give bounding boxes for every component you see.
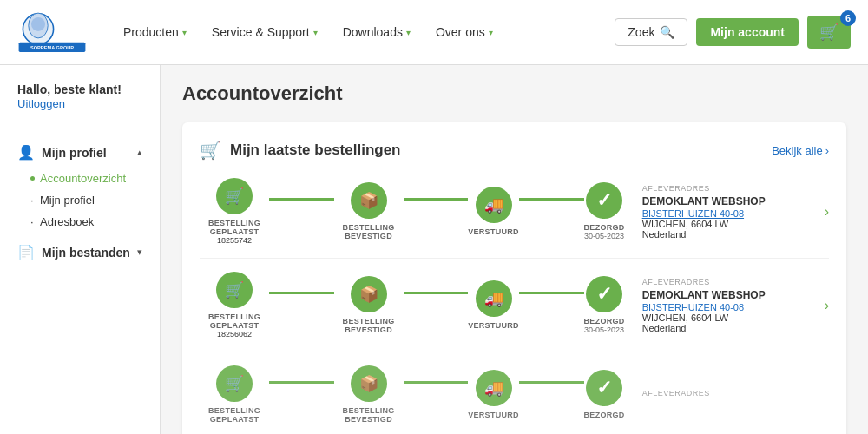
cart-container: 🛒 6 [807,16,851,49]
sidebar-item-mijn-profiel[interactable]: · Mijn profiel [30,189,160,211]
profiel-sub-items: Accountoverzicht · Mijn profiel · Adresb… [0,168,160,233]
step-bestelling-bevestigd: 📦 BESTELLING BEVESTIGD [334,276,404,334]
chevron-down-icon: ▾ [406,28,411,37]
order-row: 🛒 BESTELLING GEPLAATST 18255742 📦 BESTEL… [200,178,829,259]
step-circle: 📦 [351,182,387,219]
step-verstuurd: 🚚 VERSTUURD [468,187,519,236]
greeting-text: Hallo, beste klant! [17,82,142,96]
sidebar-profiel-header[interactable]: 👤 Mijn profiel ▴ [0,137,160,168]
step-circle: 🚚 [476,280,512,317]
step-connector [519,292,584,294]
orders-cart-icon: 🛒 [200,140,221,161]
step-connector [269,292,334,294]
chevron-down-icon: ▾ [137,247,142,258]
orders-card: 🛒 Mijn laatste bestellingen Bekijk alle … [182,122,846,434]
order-address: AFLEVERADRES DEMOKLANT WEBSHOP BIJSTERHU… [625,184,816,240]
step-circle: ✓ [586,276,622,312]
step-circle: 🛒 [216,365,253,402]
step-circle: 🚚 [476,370,512,406]
step-circle: 📦 [351,365,387,402]
chevron-up-icon: ▴ [137,147,142,158]
orders-title: Mijn laatste bestellingen [230,141,401,159]
order-address: AFLEVERADRES DEMOKLANT WEBSHOP BIJSTERHU… [625,278,816,333]
bekijk-alle-link[interactable]: Bekijk alle › [772,144,829,157]
step-connector [404,198,469,201]
main-layout: Hallo, beste klant! Uitloggen 👤 Mijn pro… [0,65,868,434]
step-circle: ✓ [586,370,622,406]
sidebar-divider [17,128,142,128]
sidebar-item-adresboek[interactable]: · Adresboek [30,211,160,233]
search-button[interactable]: Zoek 🔍 [615,18,687,46]
address-street-link[interactable]: BIJSTERHUIZEN 40-08 [642,208,816,219]
cart-button[interactable]: 🛒 6 [807,16,851,49]
orders-header: 🛒 Mijn laatste bestellingen Bekijk alle … [200,140,829,161]
step-connector [269,381,334,384]
step-circle: 🛒 [216,178,253,214]
chevron-down-icon: ▾ [182,28,187,37]
step-circle: ✓ [586,182,622,219]
step-bestelling-bevestigd: 📦 BESTELLING BEVESTIGD [334,182,404,240]
header-actions: Zoek 🔍 Mijn account 🛒 6 [615,16,851,49]
step-bestelling-bevestigd: 📦 BESTELLING BEVESTIGD [334,365,404,424]
active-dot [30,176,35,181]
order-steps: 🛒 BESTELLING GEPLAATST 📦 BESTELLING BEVE… [200,365,625,424]
step-verstuurd: 🚚 VERSTUURD [468,370,519,419]
svg-point-2 [31,16,45,30]
order-detail-arrow[interactable]: › [825,204,829,220]
step-connector [519,381,584,384]
sidebar-item-accountoverzicht[interactable]: Accountoverzicht [30,168,160,189]
sidebar-bestanden-header[interactable]: 📄 Mijn bestanden ▾ [0,237,160,267]
person-icon: 👤 [17,144,35,161]
order-row: 🛒 BESTELLING GEPLAATST 📦 BESTELLING BEVE… [200,365,829,424]
step-connector [404,381,469,384]
step-circle: 🚚 [476,187,512,223]
nav-over-ons[interactable]: Over ons ▾ [425,18,503,46]
step-connector [269,198,334,201]
step-circle: 📦 [351,276,387,312]
site-header: SOPREMA GROUP Producten ▾ Service & Supp… [0,0,868,65]
order-steps: 🛒 BESTELLING GEPLAATST 18255742 📦 BESTEL… [200,178,625,245]
nav-downloads[interactable]: Downloads ▾ [332,18,421,46]
file-icon: 📄 [17,244,35,260]
step-bezorgd: ✓ BEZORGD 30-05-2023 [584,276,625,334]
logo[interactable]: SOPREMA GROUP [17,9,87,56]
main-nav: Producten ▾ Service & Support ▾ Download… [113,18,615,46]
logout-link[interactable]: Uitloggen [17,97,65,110]
sidebar-greeting-area: Hallo, beste klant! Uitloggen [0,82,160,119]
chevron-right-icon: › [825,144,829,157]
step-circle: 🛒 [216,272,253,308]
step-verstuurd: 🚚 VERSTUURD [468,280,519,330]
step-connector [404,292,469,294]
nav-producten[interactable]: Producten ▾ [113,18,197,46]
step-bezorgd: ✓ BEZORGD 30-05-2023 [584,182,625,240]
cart-icon: 🛒 [819,23,838,42]
sidebar-section-bestanden: 📄 Mijn bestanden ▾ [0,237,160,267]
nav-service-support[interactable]: Service & Support ▾ [201,18,328,46]
address-street-link[interactable]: BIJSTERHUIZEN 40-08 [642,302,816,312]
orders-title-area: 🛒 Mijn laatste bestellingen [200,140,401,161]
order-row: 🛒 BESTELLING GEPLAATST 18256062 📦 BESTEL… [200,272,829,352]
svg-text:SOPREMA GROUP: SOPREMA GROUP [30,44,74,49]
step-bestelling-geplaatst: 🛒 BESTELLING GEPLAATST [200,365,269,424]
step-bezorgd: ✓ BEZORGD [584,370,625,419]
sidebar-section-profiel: 👤 Mijn profiel ▴ Accountoverzicht · Mijn… [0,137,160,233]
search-icon: 🔍 [660,25,674,39]
page-title: Accountoverzicht [182,82,846,105]
chevron-down-icon: ▾ [489,28,493,37]
order-detail-arrow[interactable]: › [825,298,829,313]
chevron-down-icon: ▾ [313,28,318,37]
main-content: Accountoverzicht 🛒 Mijn laatste bestelli… [161,65,868,434]
account-button[interactable]: Mijn account [696,18,799,46]
order-steps: 🛒 BESTELLING GEPLAATST 18256062 📦 BESTEL… [200,272,625,339]
step-connector [519,198,584,201]
step-bestelling-geplaatst: 🛒 BESTELLING GEPLAATST 18255742 [200,178,269,245]
cart-badge: 6 [840,10,856,26]
step-bestelling-geplaatst: 🛒 BESTELLING GEPLAATST 18256062 [200,272,269,339]
sidebar: Hallo, beste klant! Uitloggen 👤 Mijn pro… [0,65,161,434]
order-address: AFLEVERADRES [625,389,816,400]
